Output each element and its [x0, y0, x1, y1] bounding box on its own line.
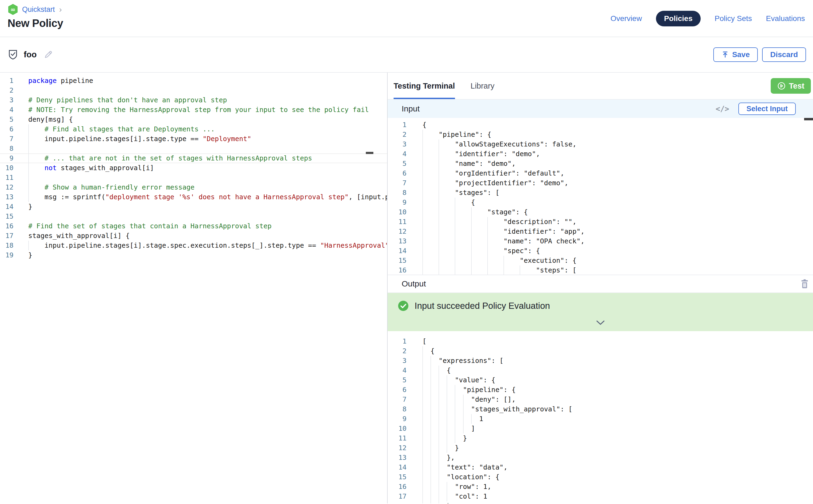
code-line: 11 }: [387, 433, 813, 443]
policy-code-editor[interactable]: 1package pipeline23# Deny pipelines that…: [0, 73, 387, 503]
code-text: [28, 212, 387, 221]
code-text: "identifier": "app",: [423, 227, 813, 236]
code-line: 9 {: [387, 198, 813, 207]
test-button[interactable]: Test: [771, 78, 811, 94]
code-text: # Find all stages that are Deployments .…: [28, 124, 387, 134]
tab-testing-terminal[interactable]: Testing Terminal: [393, 73, 455, 99]
line-number: 17: [387, 492, 406, 501]
input-label: Input: [401, 104, 420, 113]
code-line: 15 "location": {: [387, 472, 813, 482]
code-text: "pipeline": {: [423, 385, 813, 395]
policy-toolbar: foo Save Discard: [0, 37, 813, 73]
code-line: 12 # Show a human-friendly error message: [0, 183, 387, 192]
code-line: 10 "stage": {: [387, 207, 813, 217]
edit-pencil-icon[interactable]: [44, 50, 53, 59]
code-line: 12 }: [387, 443, 813, 453]
breadcrumb-chevron-icon: ›: [59, 5, 62, 14]
line-number: 15: [387, 256, 406, 265]
line-number: 5: [387, 375, 406, 385]
code-line: 8: [0, 144, 387, 153]
code-text: "name": "demo",: [423, 159, 813, 169]
nav-policy-sets[interactable]: Policy Sets: [715, 14, 752, 23]
discard-button-label: Discard: [770, 50, 798, 59]
code-text: {: [423, 346, 813, 356]
nav-overview[interactable]: Overview: [611, 14, 642, 23]
code-text: "stages": [: [423, 188, 813, 198]
code-text: "location": {: [423, 472, 813, 482]
code-text: # NOTE: Try removing the HarnessApproval…: [28, 105, 387, 115]
output-json-editor[interactable]: 1[2 {3 "expressions": [4 {5 "value": {6 …: [387, 331, 813, 503]
line-number: 11: [387, 433, 406, 443]
discard-button[interactable]: Discard: [762, 47, 806, 62]
code-text: }: [423, 501, 813, 503]
line-number: 14: [387, 246, 406, 256]
line-number: 13: [387, 236, 406, 246]
code-text: [: [423, 337, 813, 346]
line-number: 13: [387, 453, 406, 463]
line-number: 3: [387, 356, 406, 366]
testing-tabs: Testing Terminal Library Test: [387, 73, 813, 100]
input-json-editor[interactable]: 1{2 "pipeline": {3 "allowStageExecutions…: [387, 118, 813, 275]
code-text: }: [423, 443, 813, 453]
line-number: 18: [0, 241, 13, 250]
upload-icon: [721, 51, 729, 58]
code-text: }: [28, 250, 387, 260]
svg-text:∞: ∞: [11, 6, 15, 13]
code-line: 16 "row": 1,: [387, 482, 813, 492]
code-text: "allowStageExecutions": false,: [423, 139, 813, 149]
select-input-button[interactable]: Select Input: [738, 103, 796, 115]
code-text: "row": 1,: [423, 482, 813, 492]
line-number: 3: [0, 95, 13, 105]
code-line: 9 # ... that are not in the set of stage…: [0, 153, 387, 163]
code-text: "execution": {: [423, 256, 813, 265]
code-line: 2: [0, 86, 387, 95]
line-number: 15: [387, 472, 406, 482]
code-line: 4# NOTE: Try removing the HarnessApprova…: [0, 105, 387, 115]
line-number: 15: [0, 212, 13, 221]
line-number: 2: [387, 130, 406, 139]
line-number: 7: [0, 134, 13, 144]
nav-policies[interactable]: Policies: [656, 11, 701, 26]
code-text: "expressions": [: [423, 356, 813, 366]
save-button[interactable]: Save: [713, 47, 758, 62]
code-text: # ... that are not in the set of stages …: [28, 153, 387, 163]
code-line: 19}: [0, 250, 387, 260]
code-text: [28, 86, 387, 95]
line-number: 14: [387, 463, 406, 472]
code-line: 13 },: [387, 453, 813, 463]
code-line: 12 "identifier": "app",: [387, 227, 813, 236]
line-number: 17: [0, 231, 13, 241]
code-line: 16# Find the set of stages that contain …: [0, 221, 387, 231]
line-number: 6: [387, 169, 406, 178]
code-line: 1{: [387, 120, 813, 130]
line-number: 9: [0, 153, 13, 163]
evaluation-result-banner: Input succeeded Policy Evaluation: [387, 293, 813, 331]
code-line: 13 "name": "OPA check",: [387, 236, 813, 246]
code-line: 2 {: [387, 346, 813, 356]
code-text: "steps": [: [423, 265, 813, 275]
code-line: 3# Deny pipelines that don't have an app…: [0, 95, 387, 105]
tab-library[interactable]: Library: [471, 73, 495, 99]
line-number: 11: [387, 217, 406, 227]
code-line: 2 "pipeline": {: [387, 130, 813, 139]
line-number: 9: [387, 198, 406, 207]
save-button-label: Save: [732, 50, 750, 59]
chevron-down-icon[interactable]: [596, 320, 605, 325]
breadcrumb-project-link[interactable]: Quickstart: [22, 5, 55, 14]
code-view-icon[interactable]: </>: [716, 104, 729, 113]
code-line: 6 "pipeline": {: [387, 385, 813, 395]
code-line: 5 "name": "demo",: [387, 159, 813, 169]
code-line: 16 "steps": [: [387, 265, 813, 275]
line-number: 10: [387, 207, 406, 217]
line-number: 13: [0, 192, 13, 202]
banner-message: Input succeeded Policy Evaluation: [415, 301, 550, 311]
code-text: 1: [423, 414, 813, 424]
clear-output-button[interactable]: [800, 279, 809, 289]
code-line: 3 "expressions": [: [387, 356, 813, 366]
code-text: "orgIdentifier": "default",: [423, 169, 813, 178]
line-number: 1: [387, 120, 406, 130]
nav-evaluations[interactable]: Evaluations: [766, 14, 805, 23]
line-number: 11: [0, 173, 13, 183]
code-text: "identifier": "demo",: [423, 149, 813, 159]
code-text: },: [423, 453, 813, 463]
